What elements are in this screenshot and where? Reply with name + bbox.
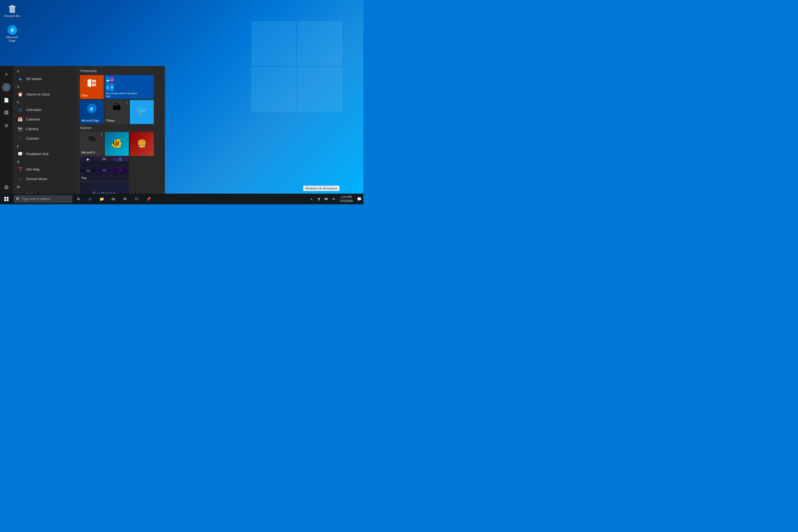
get-help-icon: ❓	[17, 166, 23, 172]
tile-ms-store[interactable]: 🛍 ℹ Microsoft S...	[80, 132, 104, 156]
explore-row-2: ▶ Dc 👤 ⊞⊞ PS P Play	[80, 157, 162, 181]
app-camera[interactable]: 📷 Camera	[13, 124, 77, 134]
svg-marker-16	[325, 198, 326, 200]
productivity-row-1: Office ☁ O S ✉ See all your mail in one …	[80, 75, 162, 99]
tile-fish-game[interactable]: 🐠	[105, 132, 129, 156]
svg-rect-6	[92, 80, 96, 82]
svg-rect-1	[9, 6, 16, 7]
section-f: F	[13, 143, 77, 149]
app-alarms-clock[interactable]: ⏰ Alarms & Clock	[13, 89, 77, 99]
pictures-btn[interactable]: 🖼	[0, 107, 13, 119]
start-button[interactable]	[0, 194, 13, 204]
mail-tile-see-all: See all your mail in one place	[106, 92, 137, 95]
app-3d-viewer[interactable]: ◈ 3D Viewer	[13, 74, 77, 83]
edge-tile-label: Microsoft Edge	[81, 119, 99, 122]
hamburger-menu-btn[interactable]: ≡	[0, 68, 13, 81]
svg-rect-8	[92, 84, 96, 86]
documents-btn[interactable]: 📄	[0, 94, 13, 107]
app-feedback-hub[interactable]: 💬 Feedback Hub	[13, 149, 77, 158]
svg-rect-14	[7, 199, 8, 201]
start-left-panel: ≡ 👤 📄 🖼 ⚙ ⏻	[0, 66, 13, 194]
section-g: G	[13, 158, 77, 165]
section-hash: #	[13, 68, 77, 74]
recycle-bin-img	[7, 4, 17, 13]
app-connect-label: Connect	[26, 136, 39, 140]
microsoft-edge-desktop-icon[interactable]: e Microsoft Edge	[3, 24, 22, 44]
app-feedback-label: Feedback Hub	[26, 152, 49, 156]
svg-rect-12	[7, 197, 8, 199]
settings-btn[interactable]: ⚙	[0, 119, 13, 132]
file-explorer-btn[interactable]: 📁	[96, 194, 108, 204]
tile-office[interactable]: Office	[80, 75, 104, 99]
taskbar: 🔍 Type here to search ⧉ e 📁 🛍 ✉ 🛡 📌 ∧	[0, 194, 363, 204]
edge-icon-img: e	[7, 25, 17, 35]
app-groove-music[interactable]: ♪ Groove Music	[13, 174, 77, 184]
3d-viewer-icon: ◈	[17, 76, 23, 82]
feedback-icon: 💬	[17, 151, 23, 157]
app-3d-viewer-label: 3D Viewer	[26, 77, 42, 81]
connect-icon: ⬡	[17, 135, 23, 141]
security-taskbar-btn[interactable]: 🛡	[131, 194, 142, 204]
section-c: C	[13, 99, 77, 105]
camera-icon: 📷	[17, 126, 23, 132]
store-label: Microsoft S...	[81, 151, 97, 154]
windows-logo-wallpaper	[252, 21, 342, 112]
app-alarms-label: Alarms & Clock	[26, 92, 50, 96]
svg-rect-13	[4, 199, 6, 201]
app-get-help-label: Get Help	[26, 167, 40, 171]
svg-rect-2	[11, 5, 14, 6]
recycle-bin-label: Recycle Bin	[4, 14, 20, 18]
calendar-icon: 📅	[17, 116, 23, 122]
section-a: A	[13, 83, 77, 89]
tile-play[interactable]: ▶ Dc 👤 ⊞⊞ PS P Play	[80, 157, 129, 181]
windows-ink-tooltip-text: Windows Ink Workspace	[305, 187, 337, 190]
sticky-notes-btn[interactable]: 📌	[142, 194, 154, 204]
svg-rect-11	[4, 197, 6, 199]
surface-text: Surface	[92, 190, 116, 194]
app-connect[interactable]: ⬡ Connect	[13, 134, 77, 143]
clock-area[interactable]: 1:22 PM 7/21/2020	[338, 194, 355, 204]
store-taskbar-btn[interactable]: 🛍	[108, 194, 119, 204]
system-tray: ∧ ✏ 1:22 PM	[308, 194, 363, 204]
tile-burger-game[interactable]: 🍔	[130, 132, 154, 156]
clock-time: 1:22 PM	[341, 195, 352, 199]
app-calculator-label: Calculator	[26, 108, 42, 112]
notification-center-btn[interactable]: 💬	[355, 194, 363, 204]
groove-icon: ♪	[17, 175, 23, 182]
network-icon[interactable]	[315, 194, 323, 204]
edge-label: Microsoft Edge	[4, 36, 21, 42]
user-avatar[interactable]: 👤	[2, 83, 11, 92]
start-menu: ≡ 👤 📄 🖼 ⚙ ⏻ # ◈ 3D Viewer A ⏰ Alarms & C…	[0, 66, 165, 194]
power-btn[interactable]: ⏻	[0, 181, 13, 194]
mail-taskbar-btn[interactable]: ✉	[119, 194, 131, 204]
windows-ink-workspace-btn[interactable]: ✏	[330, 194, 338, 204]
mail-tile-label: Mail	[106, 95, 137, 98]
volume-icon[interactable]	[323, 194, 330, 204]
tile-surface-ad[interactable]: Surface	[80, 182, 129, 194]
recycle-bin-icon[interactable]: Recycle Bin	[3, 3, 22, 19]
app-calendar[interactable]: 📅 Calendar	[13, 114, 77, 124]
search-bar[interactable]: 🔍 Type here to search	[14, 195, 72, 203]
edge-taskbar-btn[interactable]: e	[84, 194, 96, 204]
tile-edge[interactable]: e Microsoft Edge	[80, 100, 104, 124]
app-camera-label: Camera	[26, 127, 38, 131]
tile-twitter[interactable]: 🐦	[130, 100, 154, 124]
search-icon: 🔍	[16, 197, 20, 201]
show-hidden-icons-btn[interactable]: ∧	[308, 194, 315, 204]
productivity-row-2: e Microsoft Edge 🏔 ℹ Photos 🐦	[80, 100, 162, 124]
tile-photos[interactable]: 🏔 ℹ Photos	[105, 100, 129, 124]
photos-label: Photos	[107, 119, 115, 122]
app-mail[interactable]: ✉ Mail	[13, 189, 77, 194]
app-calculator[interactable]: ⊞ Calculator	[13, 105, 77, 114]
app-get-help[interactable]: ❓ Get Help	[13, 165, 77, 174]
alarms-icon: ⏰	[17, 91, 23, 97]
surface-ad-area: Surface	[80, 182, 162, 194]
play-label: Play	[81, 177, 87, 180]
mail-icon: ✉	[17, 191, 23, 194]
task-view-button[interactable]: ⧉	[72, 194, 84, 204]
desktop: Recycle Bin e Microsoft Edge ≡ 👤 📄 🖼 ⚙ ⏻…	[0, 0, 363, 204]
clock-date: 7/21/2020	[340, 199, 353, 203]
productivity-title: Productivity	[80, 69, 162, 73]
tile-mail[interactable]: ☁ O S ✉ See all your mail in one place M…	[105, 75, 154, 99]
calculator-icon: ⊞	[17, 107, 23, 113]
